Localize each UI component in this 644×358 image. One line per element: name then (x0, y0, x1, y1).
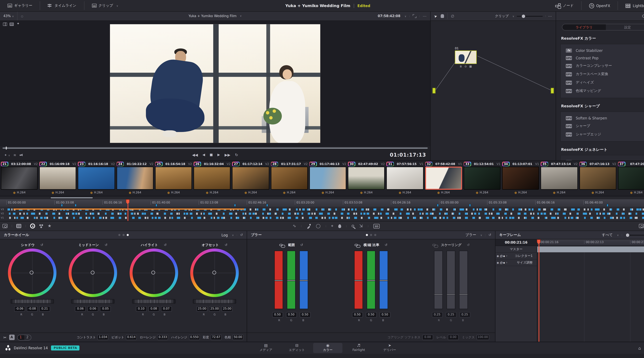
fx-item[interactable]: GPUシャープ (561, 122, 644, 130)
timeline-clip[interactable]: 2301:16:16:18V2⊕H.264 (77, 161, 116, 196)
clip-thumbnail[interactable] (348, 167, 385, 190)
clip-menu-button[interactable]: クリップ ∨ (88, 3, 122, 8)
bypass-icon[interactable]: ∅ (451, 14, 454, 18)
adjust-value[interactable]: 1.034 (98, 335, 108, 340)
fx-item[interactable]: fxColor Stabilizer (561, 47, 644, 54)
page-deliver[interactable]: ➤デリバー (375, 343, 404, 353)
clip-thumbnail[interactable] (116, 167, 154, 190)
next-clip-button[interactable]: ▶▶ (225, 153, 230, 157)
timeline-ruler[interactable]: 01:00:00:00 01:00:33:08 01:01:06:16 01:0… (0, 199, 644, 207)
blur-mode-select[interactable]: ブラー (465, 232, 476, 237)
color-ring[interactable] (69, 249, 117, 297)
timeline-clip[interactable]: 3107:57:56:15V1⊕H.264 (386, 161, 424, 196)
value-b[interactable]: 0.50 (380, 312, 390, 318)
openfx-button[interactable]: fx OpenFX (586, 3, 614, 8)
mini-timeline[interactable]: 01:00:00:00 01:00:33:08 01:01:06:16 01:0… (0, 199, 644, 221)
value-b[interactable]: 0.50 (300, 312, 310, 318)
value-b[interactable]: 0.25 (459, 312, 470, 318)
viewer-options-icon[interactable]: ⋯ (423, 14, 427, 18)
clip-thumbnail[interactable] (541, 167, 578, 190)
pan-tool-icon[interactable] (440, 14, 444, 18)
node-view-mode[interactable]: クリップ (495, 14, 509, 18)
color-wheels-icon[interactable] (30, 224, 35, 229)
node-graph[interactable]: 01 ≣ ⊙ ▦ (431, 21, 556, 160)
timeline-clip[interactable]: 3507:47:15:14V2⊕H.264 (540, 161, 578, 196)
openfx-list[interactable]: ResolveFX カラー fxColor Stabilizer GPUCont… (556, 30, 644, 160)
value-g[interactable]: -0.08 (27, 306, 38, 312)
reset-icon[interactable]: ↺ (384, 243, 388, 247)
timeline-clip[interactable]: 2801:17:31:17V2⊕H.264 (270, 161, 308, 196)
bar-green[interactable] (287, 251, 296, 309)
scrub-playhead[interactable] (6, 146, 6, 149)
enhance-wand-icon[interactable] (16, 22, 20, 26)
timeline-button[interactable]: タイムライン (44, 3, 80, 8)
clip-thumbnail[interactable] (310, 167, 346, 190)
value-b[interactable]: 0.07 (161, 306, 172, 312)
value-r[interactable]: 0.06 (75, 306, 86, 312)
expand-viewer-icon[interactable] (413, 14, 416, 18)
value-r[interactable]: 0.50 (352, 312, 363, 318)
step-back-button[interactable]: ◀ (202, 153, 205, 157)
stereo-3d-icon[interactable]: 3D (373, 224, 380, 228)
clip-thumbnail[interactable] (194, 167, 230, 190)
adjust-value[interactable]: 0.00 (448, 335, 458, 340)
color-ring[interactable] (130, 249, 178, 297)
split-screen-icon[interactable] (3, 22, 7, 26)
value-r[interactable]: 0.50 (272, 312, 283, 318)
page-edit[interactable]: ⊟エディット (282, 343, 312, 353)
link-icon[interactable] (279, 244, 283, 246)
clip-thumbnail[interactable] (579, 167, 616, 190)
adjust-value[interactable]: 50.00 (232, 335, 244, 340)
fx-item[interactable]: GPUSoften & Sharpen (561, 114, 644, 122)
page-fairlight[interactable]: ♬Fairlight (344, 343, 374, 353)
viewer-timecode[interactable]: 07:58:42:08 (378, 14, 400, 18)
reset-icon[interactable]: ↺ (40, 243, 43, 247)
blur-icon[interactable] (338, 224, 341, 228)
value-g[interactable]: 0.50 (286, 312, 297, 318)
wheel-indicator[interactable] (152, 271, 155, 274)
node-input-square[interactable] (432, 88, 436, 93)
clip-thumbnail[interactable] (618, 167, 644, 190)
loop-button[interactable]: ↻ (235, 153, 238, 157)
track-v2[interactable] (6, 212, 644, 215)
timeline-marker[interactable] (61, 204, 63, 207)
fx-item[interactable]: GPUシャープエッジ (561, 130, 644, 139)
value-g[interactable]: 0.08 (148, 306, 159, 312)
keyframe-timeline[interactable]: 00:00:21:16 00:00:22:13 00:00:23:10 (537, 239, 644, 342)
bar-gray[interactable] (446, 251, 455, 309)
value-b[interactable]: 0.21 (39, 306, 50, 312)
timeline-marker[interactable] (75, 204, 76, 207)
value-r[interactable]: 0.25 (432, 312, 442, 318)
value-g[interactable]: 0.06 (88, 306, 98, 312)
bar-gray[interactable] (459, 251, 468, 309)
enable-dot-icon[interactable]: ● (497, 261, 499, 264)
reset-icon[interactable]: ↺ (164, 243, 167, 247)
enable-dot-icon[interactable]: ● (497, 254, 499, 257)
bar-red[interactable] (354, 251, 363, 309)
keyframe-filter-select[interactable]: すべて (602, 232, 613, 237)
offset-wheel[interactable]: オフセット↺ 25.00 25.00 25.00 RGB (184, 241, 245, 333)
value-r[interactable]: -0.06 (14, 306, 25, 312)
color-match-icon[interactable] (16, 224, 22, 228)
search-icon[interactable] (642, 15, 644, 18)
tracker-icon[interactable]: ⌖ (331, 224, 333, 228)
page-color[interactable]: ◉カラー (313, 343, 342, 353)
wheel-indicator[interactable] (212, 271, 216, 274)
value-b[interactable]: 0.05 (100, 306, 111, 312)
bar-blue[interactable] (299, 251, 308, 309)
timeline-clip[interactable]: 2701:17:12:14V2⊕H.264 (231, 161, 270, 196)
track-v1[interactable] (6, 216, 644, 219)
reset-all-icon[interactable]: ↺ (240, 233, 243, 237)
adjust-value[interactable]: 0.614 (126, 335, 137, 340)
timeline-clip[interactable]: 3301:12:54:01V1⊕H.264 (463, 161, 501, 196)
key-icon[interactable] (352, 225, 354, 227)
auto-color-button[interactable]: A (9, 335, 14, 340)
clip-thumbnail[interactable] (155, 167, 192, 190)
corrector-node[interactable]: 01 ≣ ⊙ ▦ (455, 47, 478, 68)
page-1-button[interactable]: 1 (18, 335, 24, 340)
clip-thumbnail[interactable] (78, 167, 115, 190)
clip-thumbnail[interactable] (1, 167, 38, 190)
timeline-clip[interactable]: 3002:47:49:02V2⊕H.264 (347, 161, 386, 196)
reset-icon[interactable]: ↺ (300, 243, 303, 247)
value-g[interactable]: 0.50 (366, 312, 376, 318)
